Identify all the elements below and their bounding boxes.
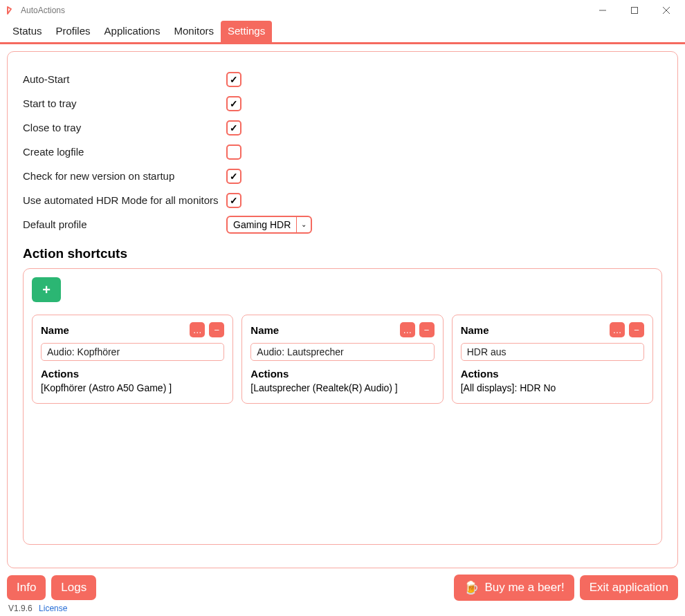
- edit-shortcut-button[interactable]: …: [610, 322, 625, 337]
- shortcut-actions-text: [All displays]: HDR No: [461, 382, 644, 393]
- remove-shortcut-button[interactable]: −: [629, 322, 644, 337]
- remove-shortcut-button[interactable]: −: [209, 322, 224, 337]
- shortcut-name-input[interactable]: [461, 343, 644, 361]
- edit-shortcut-button[interactable]: …: [190, 322, 205, 337]
- checkbox-check-version[interactable]: [226, 169, 241, 184]
- tab-settings[interactable]: Settings: [221, 21, 272, 42]
- shortcut-card: Name … − Actions [Kopfhörer (Astro A50 G…: [32, 315, 233, 404]
- title-bar: AutoActions: [0, 0, 685, 21]
- footer: Info Logs 🍺 Buy me a beer! Exit applicat…: [0, 575, 685, 616]
- default-profile-select[interactable]: Gaming HDR ⌄: [226, 216, 312, 234]
- checkbox-close-to-tray[interactable]: [226, 120, 241, 136]
- option-label: Auto-Start: [23, 73, 226, 85]
- checkbox-auto-start[interactable]: [226, 72, 241, 87]
- option-check-version: Check for new version on startup: [23, 164, 662, 188]
- exit-button[interactable]: Exit application: [580, 575, 678, 600]
- buy-beer-label: Buy me a beer!: [484, 581, 564, 595]
- card-name-label: Name: [41, 324, 185, 336]
- app-icon: [6, 5, 17, 16]
- tab-monitors[interactable]: Monitors: [167, 21, 221, 42]
- card-actions-label: Actions: [41, 368, 224, 380]
- chevron-down-icon: ⌄: [297, 217, 311, 232]
- option-label: Create logfile: [23, 146, 226, 158]
- checkbox-start-to-tray[interactable]: [226, 96, 241, 111]
- info-button[interactable]: Info: [7, 575, 46, 600]
- tab-bar: Status Profiles Applications Monitors Se…: [0, 21, 685, 44]
- option-close-to-tray: Close to tray: [23, 115, 662, 140]
- option-label: Use automated HDR Mode for all monitors: [23, 194, 226, 206]
- option-label: Close to tray: [23, 122, 226, 133]
- logs-button[interactable]: Logs: [51, 575, 96, 600]
- tab-applications[interactable]: Applications: [98, 21, 167, 42]
- svg-rect-1: [632, 8, 638, 14]
- card-actions-label: Actions: [461, 368, 644, 380]
- beer-icon: 🍺: [464, 580, 479, 595]
- add-shortcut-button[interactable]: +: [32, 277, 61, 302]
- tab-status[interactable]: Status: [6, 21, 49, 42]
- maximize-button[interactable]: [619, 0, 650, 21]
- option-create-logfile: Create logfile: [23, 140, 662, 164]
- card-name-label: Name: [250, 324, 395, 336]
- shortcut-name-input[interactable]: [250, 343, 434, 361]
- edit-shortcut-button[interactable]: …: [400, 322, 415, 337]
- checkbox-create-logfile[interactable]: [226, 144, 241, 160]
- default-profile-value: Gaming HDR: [228, 217, 297, 232]
- shortcut-actions-text: [Lautsprecher (Realtek(R) Audio) ]: [250, 382, 434, 393]
- buy-beer-button[interactable]: 🍺 Buy me a beer!: [454, 575, 574, 601]
- shortcut-actions-text: [Kopfhörer (Astro A50 Game) ]: [41, 382, 224, 393]
- shortcuts-panel: + Name … − Actions [Kopfhörer (Astro A50…: [23, 268, 662, 545]
- option-label: Start to tray: [23, 97, 226, 109]
- option-label: Check for new version on startup: [23, 170, 226, 182]
- version-text: V1.9.6: [8, 604, 33, 613]
- minimize-button[interactable]: [587, 0, 619, 21]
- option-auto-start: Auto-Start: [23, 67, 662, 91]
- default-profile-label: Default profile: [23, 218, 226, 230]
- card-name-label: Name: [461, 324, 605, 336]
- license-link[interactable]: License: [39, 604, 67, 613]
- shortcut-name-input[interactable]: [41, 343, 224, 361]
- option-start-to-tray: Start to tray: [23, 91, 662, 115]
- shortcuts-heading: Action shortcuts: [23, 246, 662, 261]
- default-profile-row: Default profile Gaming HDR ⌄: [23, 212, 662, 236]
- close-button[interactable]: [650, 0, 682, 21]
- window-controls: [587, 0, 682, 21]
- option-auto-hdr: Use automated HDR Mode for all monitors: [23, 188, 662, 212]
- card-actions-label: Actions: [250, 368, 434, 380]
- window-title: AutoActions: [21, 6, 587, 15]
- checkbox-auto-hdr[interactable]: [226, 193, 241, 208]
- tab-profiles[interactable]: Profiles: [49, 21, 98, 42]
- remove-shortcut-button[interactable]: −: [419, 322, 435, 337]
- settings-panel: Auto-Start Start to tray Close to tray C…: [7, 51, 678, 568]
- shortcut-card: Name … − Actions [Lautsprecher (Realtek(…: [241, 315, 443, 404]
- shortcut-card: Name … − Actions [All displays]: HDR No: [452, 315, 653, 404]
